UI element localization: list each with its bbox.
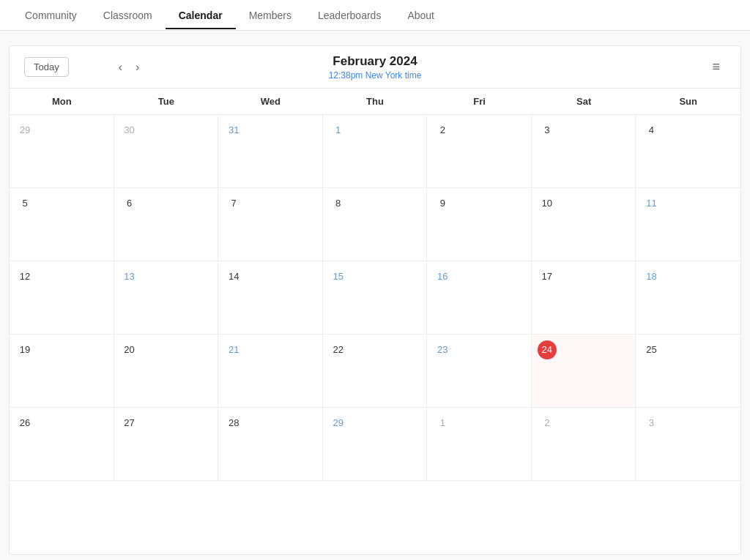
day-cell[interactable]: 3 [636, 408, 740, 481]
day-number: 2 [433, 121, 452, 140]
day-cell[interactable]: 28 [218, 408, 323, 481]
day-cell[interactable]: 19 [10, 335, 114, 408]
day-cell[interactable]: 21 [218, 335, 323, 408]
day-cell[interactable]: 14 [218, 261, 323, 335]
timezone-label: 12:38pm New York time [329, 70, 422, 81]
day-cell[interactable]: 20 [114, 335, 219, 408]
day-cell[interactable]: 10 [532, 188, 636, 261]
day-cell[interactable]: 6 [114, 188, 219, 261]
day-number: 29 [329, 414, 348, 433]
view-menu-button[interactable]: ≡ [706, 56, 726, 78]
day-cell[interactable]: 24 [532, 335, 636, 408]
prev-month-button[interactable]: ‹ [113, 58, 128, 77]
day-cell[interactable]: 2 [532, 408, 636, 481]
day-number: 3 [642, 414, 661, 433]
day-cell[interactable]: 16 [427, 261, 532, 335]
header-right: ≡ [706, 56, 726, 78]
calendar-grid: 2930311234567891011121314151617181920212… [10, 115, 740, 554]
day-number: 13 [120, 267, 139, 286]
calendar-wrapper: Today ‹ › February 2024 12:38pm New York… [9, 45, 741, 555]
day-number: 9 [433, 194, 452, 213]
day-number: 24 [538, 340, 557, 359]
day-cell[interactable]: 5 [10, 188, 114, 261]
day-cell[interactable]: 2 [427, 115, 532, 188]
day-number: 29 [15, 121, 34, 140]
day-header-tue: Tue [114, 89, 219, 114]
nav-arrows-group: ‹ › [113, 58, 146, 77]
day-cell[interactable]: 25 [636, 335, 740, 408]
day-number: 26 [15, 414, 34, 433]
nav-item-classroom[interactable]: Classroom [90, 2, 166, 29]
day-cell[interactable]: 15 [323, 261, 428, 335]
day-header-fri: Fri [427, 89, 532, 114]
day-cell[interactable]: 9 [427, 188, 532, 261]
nav-bar: CommunityClassroomCalendarMembersLeaderb… [0, 0, 750, 31]
day-cell[interactable]: 8 [323, 188, 428, 261]
day-number: 7 [224, 194, 243, 213]
day-header-sat: Sat [532, 89, 636, 114]
header-center: February 2024 12:38pm New York time [329, 54, 422, 81]
day-number: 3 [538, 121, 557, 140]
nav-item-calendar[interactable]: Calendar [166, 2, 236, 29]
day-cell[interactable]: 13 [114, 261, 219, 335]
nav-item-members[interactable]: Members [236, 2, 305, 29]
day-cell[interactable]: 12 [10, 261, 114, 335]
day-number: 31 [224, 121, 243, 140]
day-number: 1 [433, 414, 452, 433]
day-cell[interactable]: 29 [323, 408, 428, 481]
day-number: 10 [538, 194, 557, 213]
month-title: February 2024 [329, 54, 422, 69]
day-number: 21 [224, 340, 243, 359]
today-button[interactable]: Today [24, 57, 69, 77]
day-number: 5 [15, 194, 34, 213]
day-cell[interactable]: 11 [636, 188, 740, 261]
day-number: 1 [329, 121, 348, 140]
day-cell[interactable]: 22 [323, 335, 428, 408]
day-number: 20 [120, 340, 139, 359]
day-header-thu: Thu [323, 89, 428, 114]
day-cell[interactable]: 1 [427, 408, 532, 481]
day-header-mon: Mon [10, 89, 114, 114]
day-cell[interactable]: 17 [532, 261, 636, 335]
day-cell[interactable]: 1 [323, 115, 428, 188]
day-cell[interactable]: 4 [636, 115, 740, 188]
day-number: 15 [329, 267, 348, 286]
day-number: 16 [433, 267, 452, 286]
day-number: 4 [642, 121, 661, 140]
day-number: 6 [120, 194, 139, 213]
day-number: 28 [224, 414, 243, 433]
day-number: 22 [329, 340, 348, 359]
nav-item-about[interactable]: About [394, 2, 448, 29]
day-header-wed: Wed [218, 89, 323, 114]
nav-item-leaderboards[interactable]: Leaderboards [305, 2, 394, 29]
day-number: 17 [538, 267, 557, 286]
day-cell[interactable]: 29 [10, 115, 114, 188]
day-cell[interactable]: 27 [114, 408, 219, 481]
day-header-sun: Sun [636, 89, 740, 114]
day-number: 27 [120, 414, 139, 433]
day-number: 12 [15, 267, 34, 286]
day-cell[interactable]: 7 [218, 188, 323, 261]
day-cell[interactable]: 30 [114, 115, 219, 188]
next-month-button[interactable]: › [130, 58, 145, 77]
day-cell[interactable]: 26 [10, 408, 114, 481]
day-cell[interactable]: 18 [636, 261, 740, 335]
day-number: 11 [642, 194, 661, 213]
day-number: 19 [15, 340, 34, 359]
day-cell[interactable]: 3 [532, 115, 636, 188]
day-number: 2 [538, 414, 557, 433]
day-number: 25 [642, 340, 661, 359]
day-number: 8 [329, 194, 348, 213]
day-number: 18 [642, 267, 661, 286]
day-cell[interactable]: 23 [427, 335, 532, 408]
day-headers: MonTueWedThuFriSatSun [10, 89, 740, 115]
calendar-header: Today ‹ › February 2024 12:38pm New York… [10, 46, 740, 89]
day-number: 30 [120, 121, 139, 140]
nav-item-community[interactable]: Community [12, 2, 90, 29]
day-number: 14 [224, 267, 243, 286]
day-cell[interactable]: 31 [218, 115, 323, 188]
day-number: 23 [433, 340, 452, 359]
